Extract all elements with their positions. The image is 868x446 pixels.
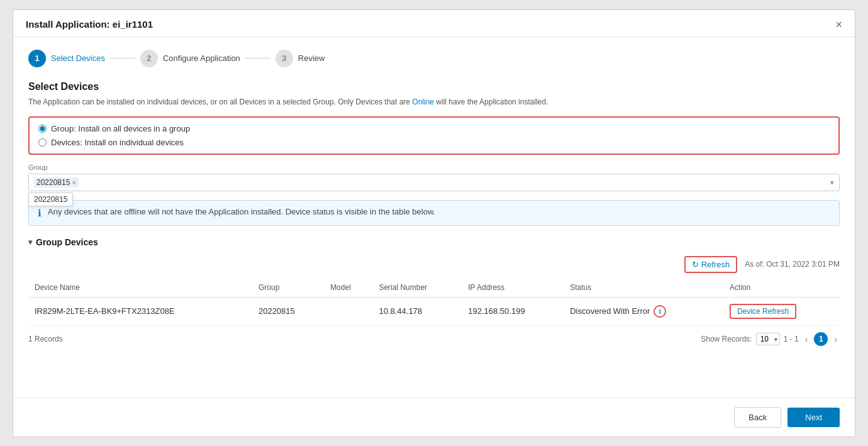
group-field-label: Group	[28, 164, 840, 171]
section-desc-highlight: Online	[412, 98, 434, 106]
col-status: Status	[564, 278, 723, 298]
section-desc-part2: will have the Application installed.	[434, 98, 548, 106]
refresh-icon: ↻	[692, 260, 699, 269]
offline-info-banner: ℹ Any devices that are offline will not …	[28, 200, 840, 226]
group-devices-title: Group Devices	[36, 237, 98, 247]
show-records-wrapper: 10 25 50	[756, 333, 780, 345]
cell-group: 20220815	[252, 297, 324, 325]
collapse-chevron-icon: ▾	[28, 238, 32, 247]
prev-page-button[interactable]: ‹	[803, 333, 811, 345]
step-1-label: Select Devices	[51, 53, 105, 63]
col-group: Group	[252, 278, 324, 298]
group-select-container: 20220815 × ▾ 20220815	[28, 174, 840, 191]
step-connector-1	[110, 58, 135, 59]
group-tag-close-icon[interactable]: ×	[72, 179, 75, 186]
table-footer: 1 Records Show Records: 10 25 50 1 - 1 ‹…	[28, 326, 840, 352]
radio-individual-option[interactable]: Devices: Install on individual devices	[38, 138, 830, 147]
show-records-label: Show Records:	[701, 335, 752, 343]
refresh-label: Refresh	[701, 260, 730, 269]
install-type-radio-group: Group: Install on all devices in a group…	[28, 116, 840, 155]
col-ip-address: IP Address	[462, 278, 564, 298]
next-page-button[interactable]: ›	[832, 333, 840, 345]
radio-group-input[interactable]	[38, 125, 47, 133]
close-button[interactable]: ×	[835, 19, 842, 30]
cell-device-name: IR829M-2LTE-EA-BK9+FTX2313Z08E	[28, 297, 252, 325]
modal-footer: Back Next	[13, 398, 855, 437]
page-range: 1 - 1	[784, 335, 799, 343]
status-cell: Discovered With Error i	[570, 305, 717, 318]
table-toolbar: ↻ Refresh As of: Oct 31, 2022 3:01 PM	[28, 256, 840, 273]
next-button[interactable]: Next	[787, 408, 840, 427]
group-tag: 20220815 ×	[34, 177, 79, 187]
col-device-name: Device Name	[28, 278, 252, 298]
modal-body: 1 Select Devices 2 Configure Application…	[13, 37, 855, 398]
pagination: Show Records: 10 25 50 1 - 1 ‹ 1 ›	[701, 332, 840, 346]
devices-table: Device Name Group Model Serial Number IP…	[28, 278, 840, 326]
group-select[interactable]: 20220815 × ▾	[28, 174, 840, 191]
section-title: Select Devices	[28, 81, 840, 92]
step-3-circle: 3	[275, 50, 293, 67]
cell-serial-number: 10.8.44.178	[372, 297, 462, 325]
step-2-circle: 2	[140, 50, 158, 67]
records-count: 1 Records	[28, 335, 63, 343]
group-devices-header[interactable]: ▾ Group Devices	[28, 237, 840, 247]
step-3-label: Review	[298, 53, 325, 63]
section-description: The Application can be installed on indi…	[28, 96, 840, 108]
step-2-label: Configure Application	[163, 53, 240, 63]
radio-group-label: Group: Install on all devices in a group	[51, 124, 190, 133]
info-icon: ℹ	[38, 208, 42, 219]
install-application-modal: Install Application: ei_ir1101 × 1 Selec…	[13, 9, 855, 437]
step-3: 3 Review	[275, 50, 325, 67]
current-page-badge[interactable]: 1	[814, 332, 828, 346]
group-tag-value: 20220815	[36, 178, 70, 187]
radio-group-option[interactable]: Group: Install on all devices in a group	[38, 124, 830, 133]
cell-ip-address: 192.168.50.199	[462, 297, 564, 325]
as-of-timestamp: As of: Oct 31, 2022 3:01 PM	[745, 260, 840, 269]
col-action: Action	[723, 278, 840, 298]
table-header-row: Device Name Group Model Serial Number IP…	[28, 278, 840, 298]
show-records-select[interactable]: 10 25 50	[756, 333, 780, 345]
status-info-button[interactable]: i	[654, 305, 666, 318]
cell-status: Discovered With Error i	[564, 297, 723, 325]
radio-individual-label: Devices: Install on individual devices	[51, 138, 184, 147]
modal-header: Install Application: ei_ir1101 ×	[13, 10, 855, 37]
step-1: 1 Select Devices	[28, 50, 105, 67]
device-refresh-button[interactable]: Device Refresh	[730, 304, 796, 319]
table-row: IR829M-2LTE-EA-BK9+FTX2313Z08E 20220815 …	[28, 297, 840, 325]
step-2: 2 Configure Application	[140, 50, 240, 67]
step-1-circle: 1	[28, 50, 46, 67]
refresh-button[interactable]: ↻ Refresh	[684, 256, 738, 273]
radio-individual-input[interactable]	[38, 138, 47, 147]
cell-action: Device Refresh	[723, 297, 840, 325]
modal-title: Install Application: ei_ir1101	[26, 19, 153, 30]
status-text: Discovered With Error	[570, 306, 650, 316]
info-banner-message: Any devices that are offline will not ha…	[48, 207, 435, 216]
chevron-down-icon: ▾	[830, 178, 834, 186]
cell-model	[324, 297, 372, 325]
col-model: Model	[324, 278, 372, 298]
step-connector-2	[245, 58, 270, 59]
col-serial-number: Serial Number	[372, 278, 462, 298]
group-tooltip: 20220815	[28, 192, 73, 206]
section-desc-part1: The Application can be installed on indi…	[28, 98, 412, 106]
stepper: 1 Select Devices 2 Configure Application…	[28, 50, 840, 67]
back-button[interactable]: Back	[734, 407, 781, 428]
